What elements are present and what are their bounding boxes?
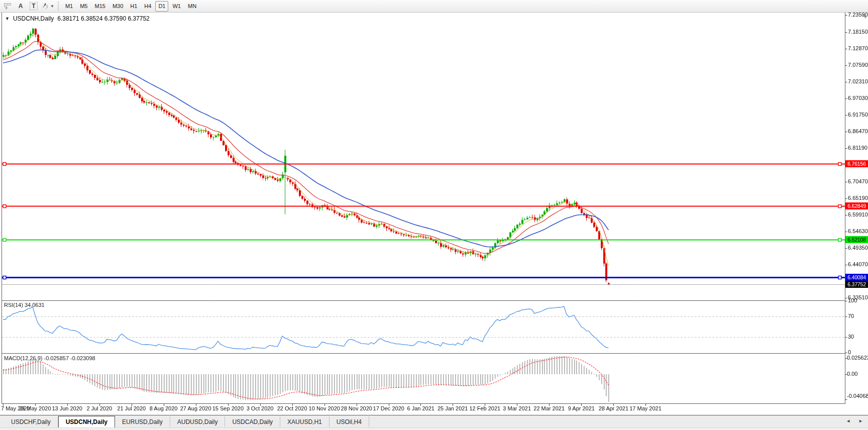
price-axis-label: 7.12870 — [848, 45, 868, 51]
tab-eurusd-daily[interactable]: EURUSD,Daily — [115, 416, 170, 427]
date-axis-label: 3 Mar 2021 — [503, 405, 531, 411]
timeframe-button-m5[interactable]: M5 — [77, 1, 90, 12]
arrow-objects-button[interactable]: ▼ — [41, 1, 55, 12]
price-chart-canvas[interactable] — [0, 13, 868, 415]
date-axis-label: 26 May 2020 — [19, 405, 51, 411]
tab-usdcnh-daily[interactable]: USDCNH,Daily — [58, 416, 115, 427]
macd-axis-label: 0.00 — [847, 371, 857, 377]
chart-ohlc-readout: 6.38171 6.38524 6.37590 6.37752 — [57, 15, 150, 22]
price-axis-label: 6.44070 — [848, 261, 868, 267]
price-line-badge: 6.40084 — [845, 274, 868, 281]
date-axis-label: 2 Jul 2020 — [86, 405, 112, 411]
price-axis-label: 6.49350 — [848, 245, 868, 251]
tab-audusd-daily[interactable]: AUDUSD,Daily — [170, 416, 226, 427]
price-axis-label: 7.07590 — [848, 62, 868, 68]
insert-text-button[interactable]: T — [28, 1, 40, 12]
date-axis-label: 22 Oct 2020 — [277, 405, 307, 411]
price-line-badge: 6.52108 — [845, 236, 868, 243]
chart-properties-icon[interactable]: F — [2, 1, 14, 12]
terminal-window: F A T ▼ M1M5M15M30H1H4D1W1MN ▼ USDCNH,Da… — [0, 0, 868, 430]
arrows-icon — [41, 3, 49, 10]
timeframe-button-mn[interactable]: MN — [185, 1, 199, 12]
date-axis-label: 13 Jun 2020 — [52, 405, 82, 411]
price-axis-label: 6.86470 — [848, 128, 868, 134]
tab-scroll-arrows: ◄ ► — [846, 418, 863, 423]
price-axis-label: 6.70470 — [848, 178, 868, 184]
svg-text:F: F — [6, 7, 8, 10]
date-axis-label: 27 Aug 2020 — [180, 405, 211, 411]
timeframe-button-h4[interactable]: H4 — [141, 1, 154, 12]
rsi-indicator-label: RSI(14) 34.0631 — [4, 302, 45, 308]
letter-t-icon: T — [30, 2, 37, 10]
tab-scroll-right-icon[interactable]: ► — [858, 418, 863, 423]
date-axis-label: 25 Jan 2021 — [438, 405, 468, 411]
date-axis-label: 12 Feb 2021 — [469, 405, 500, 411]
date-axis-label: 3 Oct 2020 — [247, 405, 274, 411]
date-axis-label: 17 May 2021 — [629, 405, 662, 411]
price-axis-label: 7.02310 — [848, 78, 868, 84]
price-line-badge: 6.62849 — [845, 202, 868, 209]
current-price-badge: 6.37752 — [845, 281, 868, 288]
timeframe-button-m30[interactable]: M30 — [110, 1, 126, 12]
chart-symbol-timeframe: USDCNH,Daily — [13, 15, 54, 22]
date-axis-label: 17 Dec 2020 — [373, 405, 404, 411]
chart-title: ▼ USDCNH,Daily 6.38171 6.38524 6.37590 6… — [5, 15, 150, 22]
timeframe-button-d1[interactable]: D1 — [155, 1, 168, 12]
toolbar-separator — [58, 2, 59, 11]
status-strip — [0, 427, 868, 430]
price-axis-label: 6.97030 — [848, 95, 868, 101]
date-axis-label: 10 Nov 2020 — [309, 405, 340, 411]
date-axis-label: 28 Apr 2021 — [599, 405, 628, 411]
rsi-level-label: 70 — [848, 313, 854, 319]
chart-area: ▼ USDCNH,Daily 6.38171 6.38524 6.37590 6… — [0, 13, 868, 415]
date-axis-label: 21 Jul 2020 — [117, 405, 146, 411]
timeframe-group: M1M5M15M30H1H4D1W1MN — [62, 1, 200, 12]
price-axis-label: 6.91750 — [848, 112, 868, 118]
tab-usdchf-daily[interactable]: USDCHF,Daily — [4, 416, 58, 427]
tab-usdcad-daily[interactable]: USDCAD,Daily — [225, 416, 280, 427]
price-axis-label: 6.59910 — [848, 211, 868, 218]
macd-axis-label: -0.040687 — [847, 393, 868, 399]
price-axis-label: 6.65190 — [848, 195, 868, 201]
price-line-badge: 6.76156 — [845, 160, 868, 167]
tab-usoil-h4[interactable]: USOil,H4 — [330, 416, 369, 427]
date-axis-label: 8 Aug 2020 — [150, 405, 178, 411]
tab-xauusd-h1[interactable]: XAUUSD,H1 — [280, 416, 330, 427]
insert-label-button[interactable]: A — [15, 1, 27, 12]
date-axis-label: 28 Nov 2020 — [341, 405, 372, 411]
chevron-down-icon: ▼ — [50, 4, 54, 9]
price-axis-label: 6.54630 — [848, 228, 868, 234]
tab-scroll-left-icon[interactable]: ◄ — [846, 418, 850, 423]
timeframe-button-h1[interactable]: H1 — [127, 1, 140, 12]
timeframe-button-w1[interactable]: W1 — [169, 1, 184, 12]
macd-indicator-label: MACD(12,26,9) -0.025857 -0.023098 — [4, 355, 95, 361]
timeframe-button-m1[interactable]: M1 — [62, 1, 76, 12]
rsi-level-label: 100 — [848, 297, 857, 303]
chart-dropdown-icon[interactable]: ▼ — [5, 16, 10, 21]
date-axis-label: 15 Sep 2020 — [212, 405, 244, 411]
letter-a-icon: A — [19, 3, 23, 10]
price-axis-label: 6.81190 — [848, 145, 867, 151]
date-axis-label: 6 Jan 2021 — [407, 405, 434, 411]
macd-axis-label: 0.025623 — [847, 355, 868, 361]
chart-tabbar: USDCHF,DailyUSDCNH,DailyEURUSD,DailyAUDU… — [0, 415, 868, 427]
price-axis-label: 7.18150 — [848, 29, 868, 35]
date-axis-label: 22 Mar 2021 — [533, 405, 565, 411]
date-axis-label: 9 Apr 2021 — [568, 405, 595, 411]
timeframe-button-m15[interactable]: M15 — [91, 1, 108, 12]
rsi-level-label: 30 — [848, 334, 854, 340]
toolbar: F A T ▼ M1M5M15M30H1H4D1W1MN — [0, 0, 868, 13]
chart-shift-marker-icon[interactable] — [861, 14, 866, 19]
